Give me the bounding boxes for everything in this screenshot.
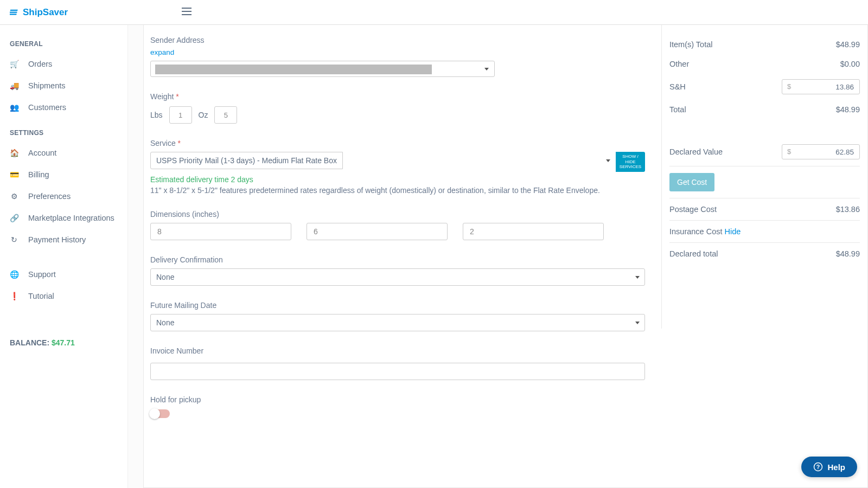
cogs-icon: 🔗 bbox=[10, 214, 18, 222]
invoice-input[interactable] bbox=[150, 363, 645, 380]
truck-icon: 🚚 bbox=[10, 81, 18, 90]
sender-address-label: Sender Address bbox=[150, 36, 645, 44]
service-label: Service * bbox=[150, 139, 645, 147]
form-area: Sender Address expand Weight * Lbs Oz Se… bbox=[144, 25, 661, 487]
summary-area: Item(s) Total$48.99 Other$0.00 S&H Total… bbox=[661, 25, 867, 329]
total-label: Total bbox=[669, 105, 686, 114]
oz-input[interactable] bbox=[214, 106, 237, 124]
dimensions-label: Dimensions (inches) bbox=[150, 210, 645, 219]
sender-address-select[interactable] bbox=[150, 61, 495, 77]
help-icon: ? bbox=[813, 462, 823, 472]
service-description: 11" x 8-1/2" x 5-1/2" features predeterm… bbox=[150, 186, 645, 195]
declared-value-input[interactable] bbox=[782, 144, 860, 159]
hold-pickup-toggle[interactable] bbox=[150, 409, 170, 418]
mailing-date-label: Future Mailing Date bbox=[150, 301, 645, 310]
sidebar-section-general: GENERAL bbox=[0, 40, 127, 48]
sliders-icon: ⚙ bbox=[10, 192, 18, 201]
help-button[interactable]: ? Help bbox=[801, 457, 857, 477]
sidebar-section-settings: SETTINGS bbox=[0, 129, 127, 137]
svg-text:?: ? bbox=[816, 464, 820, 470]
show-hide-services-button[interactable]: SHOW / HIDE SERVICES bbox=[616, 152, 645, 172]
brand-logo[interactable]: ShipSaver bbox=[10, 7, 68, 18]
sidebar-item-payment-history[interactable]: ↻Payment History bbox=[0, 229, 127, 251]
delivery-confirmation-label: Delivery Confirmation bbox=[150, 255, 645, 264]
toggle-knob bbox=[149, 408, 160, 419]
lbs-label: Lbs bbox=[150, 111, 163, 119]
paypal-icon: 💳 bbox=[10, 170, 18, 179]
dim-height-input[interactable] bbox=[463, 223, 604, 240]
service-select[interactable]: USPS Priority Mail (1-3 days) - Medium F… bbox=[150, 152, 343, 169]
expand-link[interactable]: expand bbox=[150, 48, 174, 56]
items-total-label: Item(s) Total bbox=[669, 40, 713, 49]
sidebar-item-account[interactable]: 🏠Account bbox=[0, 142, 127, 164]
sidebar-item-tutorial[interactable]: ❗Tutorial bbox=[0, 285, 127, 307]
items-total-value: $48.99 bbox=[836, 40, 860, 49]
info-icon: ❗ bbox=[10, 292, 18, 300]
insurance-cost-label: Insurance Cost Hide bbox=[669, 227, 741, 236]
dim-length-input[interactable] bbox=[150, 223, 291, 240]
sidebar-item-orders[interactable]: 🛒Orders bbox=[0, 53, 127, 75]
other-label: Other bbox=[669, 60, 689, 68]
sidebar-item-customers[interactable]: 👥Customers bbox=[0, 97, 127, 118]
lbs-input[interactable] bbox=[169, 106, 192, 124]
logo-icon bbox=[10, 8, 20, 17]
postage-cost-label: Postage Cost bbox=[669, 205, 717, 214]
mailing-date-select[interactable]: None bbox=[150, 314, 645, 331]
globe-icon: 🌐 bbox=[10, 270, 18, 279]
topbar: ShipSaver bbox=[0, 0, 868, 25]
sidebar-item-shipments[interactable]: 🚚Shipments bbox=[0, 75, 127, 97]
hamburger-icon[interactable] bbox=[182, 8, 192, 17]
sender-redacted bbox=[155, 65, 432, 74]
sh-label: S&H bbox=[669, 82, 686, 91]
weight-label: Weight * bbox=[150, 92, 645, 101]
oz-label: Oz bbox=[199, 111, 208, 119]
users-icon: 👥 bbox=[10, 103, 18, 112]
history-icon: ↻ bbox=[10, 235, 18, 244]
sidebar-item-preferences[interactable]: ⚙Preferences bbox=[0, 185, 127, 207]
declared-total-value: $48.99 bbox=[836, 249, 860, 258]
declared-total-label: Declared total bbox=[669, 249, 718, 258]
sidebar-item-billing[interactable]: 💳Billing bbox=[0, 164, 127, 185]
total-value: $48.99 bbox=[836, 105, 860, 114]
brand-text: ShipSaver bbox=[23, 7, 68, 18]
balance: BALANCE: $47.71 bbox=[10, 338, 75, 347]
hide-link[interactable]: Hide bbox=[725, 227, 741, 236]
sh-input[interactable] bbox=[782, 79, 860, 94]
dim-width-input[interactable] bbox=[307, 223, 448, 240]
sidebar-item-support[interactable]: 🌐Support bbox=[0, 264, 127, 285]
declared-value-label: Declared Value bbox=[669, 147, 723, 156]
postage-cost-value: $13.86 bbox=[836, 205, 860, 214]
sidebar-item-integrations[interactable]: 🔗Marketplace Integrations bbox=[0, 207, 127, 229]
delivery-confirmation-select[interactable]: None bbox=[150, 268, 645, 286]
estimated-delivery-text: Estimated delivery time 2 days bbox=[150, 175, 645, 184]
cart-icon: 🛒 bbox=[10, 60, 18, 68]
hold-pickup-label: Hold for pickup bbox=[150, 395, 645, 404]
get-cost-button[interactable]: Get Cost bbox=[669, 173, 714, 191]
home-icon: 🏠 bbox=[10, 149, 18, 157]
other-value: $0.00 bbox=[840, 60, 860, 68]
invoice-label: Invoice Number bbox=[150, 346, 645, 355]
sidebar: GENERAL 🛒Orders 🚚Shipments 👥Customers SE… bbox=[0, 25, 128, 488]
